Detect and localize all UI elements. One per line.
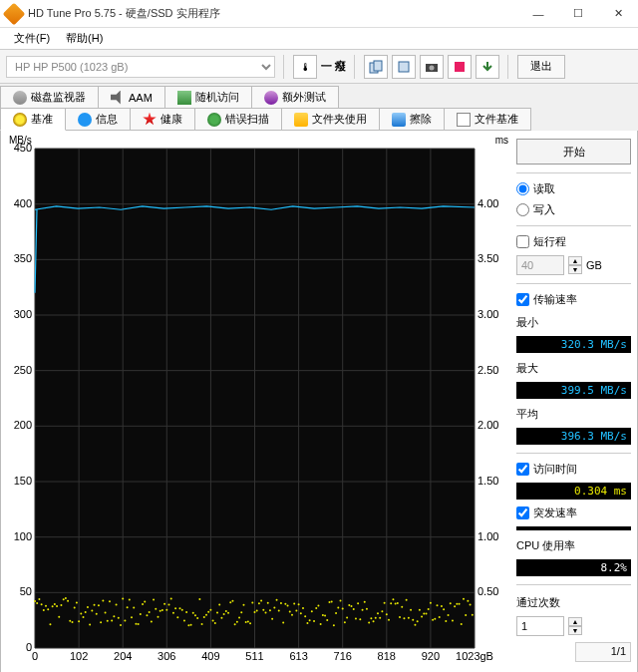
svg-point-161: [262, 609, 264, 611]
tab-benchmark[interactable]: 基准: [0, 108, 66, 131]
tab-info[interactable]: 信息: [65, 108, 131, 131]
svg-text:511: 511: [245, 650, 263, 662]
svg-point-237: [430, 602, 432, 604]
svg-rect-5: [455, 62, 465, 72]
svg-point-152: [242, 604, 244, 606]
svg-point-78: [80, 612, 82, 614]
write-radio[interactable]: 写入: [516, 202, 631, 217]
minimize-button[interactable]: ―: [518, 0, 558, 28]
random-icon: [177, 91, 191, 105]
svg-point-188: [322, 614, 324, 616]
svg-point-139: [214, 622, 216, 624]
svg-point-151: [240, 611, 242, 613]
tab-filebench[interactable]: 文件基准: [444, 108, 531, 131]
svg-point-72: [67, 600, 69, 602]
read-radio[interactable]: 读取: [516, 181, 631, 196]
cpu-value: 8.2%: [516, 559, 631, 576]
svg-point-243: [443, 608, 445, 610]
speaker-icon: [111, 91, 125, 105]
svg-text:250: 250: [14, 364, 32, 376]
svg-point-148: [234, 623, 236, 625]
svg-point-178: [300, 612, 302, 614]
shortstroke-check[interactable]: 短行程: [516, 234, 631, 249]
svg-point-125: [183, 619, 185, 621]
svg-text:920: 920: [422, 650, 440, 662]
svg-point-166: [273, 607, 275, 609]
svg-text:300: 300: [14, 308, 32, 320]
copy-icon[interactable]: [364, 55, 388, 79]
svg-point-154: [247, 620, 249, 622]
svg-point-156: [251, 602, 253, 604]
svg-point-213: [377, 612, 379, 614]
svg-point-92: [111, 620, 113, 622]
copy2-icon[interactable]: [392, 55, 416, 79]
disk-icon: [13, 91, 27, 105]
svg-point-129: [192, 612, 194, 614]
svg-text:3.50: 3.50: [478, 252, 498, 264]
tab-monitor[interactable]: 磁盘监视器: [0, 86, 99, 108]
tab-health[interactable]: 健康: [130, 108, 195, 131]
passes-spinner[interactable]: ▲▼: [568, 617, 582, 635]
max-label: 最大: [516, 361, 631, 376]
svg-point-249: [456, 603, 458, 605]
close-button[interactable]: ✕: [598, 0, 638, 28]
svg-point-236: [428, 608, 430, 610]
shortstroke-input[interactable]: [516, 255, 564, 275]
svg-point-167: [276, 599, 278, 601]
save-icon[interactable]: [476, 55, 499, 79]
extra-icon: [264, 91, 278, 105]
svg-point-121: [174, 607, 176, 609]
tab-aam[interactable]: AAM: [98, 86, 165, 108]
maximize-button[interactable]: ☐: [558, 0, 598, 28]
screenshot-icon[interactable]: [420, 55, 444, 79]
svg-text:2.50: 2.50: [478, 364, 498, 376]
svg-point-104: [138, 623, 140, 625]
burst-check[interactable]: 突发速率: [516, 505, 631, 520]
svg-point-211: [373, 620, 375, 622]
svg-point-219: [390, 602, 392, 604]
drive-select[interactable]: HP HP P500 (1023 gB): [6, 56, 275, 78]
file-icon: [457, 113, 471, 127]
svg-point-176: [295, 610, 297, 612]
svg-point-227: [408, 617, 410, 619]
svg-point-241: [439, 616, 441, 618]
svg-point-252: [463, 598, 465, 600]
passes-input[interactable]: [516, 616, 564, 636]
svg-text:3.00: 3.00: [478, 308, 498, 320]
svg-point-153: [245, 621, 247, 623]
options-icon[interactable]: [448, 55, 472, 79]
menu-help[interactable]: 帮助(H): [58, 29, 111, 48]
exit-button[interactable]: 退出: [517, 55, 565, 79]
svg-point-66: [54, 603, 56, 605]
svg-point-117: [165, 609, 167, 611]
svg-point-206: [362, 609, 364, 611]
svg-point-136: [207, 611, 209, 613]
tab-folderusage[interactable]: 文件夹使用: [281, 108, 380, 131]
svg-point-59: [38, 598, 40, 600]
svg-point-208: [366, 608, 368, 610]
svg-text:0.50: 0.50: [478, 585, 498, 597]
svg-point-116: [163, 603, 165, 605]
svg-point-58: [36, 602, 38, 604]
shortstroke-spinner[interactable]: ▲▼: [568, 256, 582, 274]
svg-point-112: [155, 608, 157, 610]
min-value: 320.3 MB/s: [516, 336, 631, 353]
transfer-check[interactable]: 传输速率: [516, 292, 631, 307]
svg-point-150: [238, 617, 240, 619]
tab-errorscan[interactable]: 错误扫描: [194, 108, 282, 131]
menu-file[interactable]: 文件(F): [6, 29, 58, 48]
svg-point-132: [198, 598, 200, 600]
tab-random[interactable]: 随机访问: [164, 86, 252, 108]
svg-point-205: [359, 618, 361, 620]
svg-point-137: [209, 609, 211, 611]
svg-point-89: [105, 612, 107, 614]
svg-text:204: 204: [114, 650, 132, 662]
start-button[interactable]: 开始: [516, 139, 631, 165]
folder-icon: [294, 113, 308, 127]
temp-icon[interactable]: 🌡: [293, 55, 317, 79]
svg-text:200: 200: [14, 419, 32, 431]
svg-point-155: [249, 622, 251, 624]
access-check[interactable]: 访问时间: [516, 462, 631, 477]
tab-erase[interactable]: 擦除: [379, 108, 445, 131]
tab-extra[interactable]: 额外测试: [251, 86, 339, 108]
